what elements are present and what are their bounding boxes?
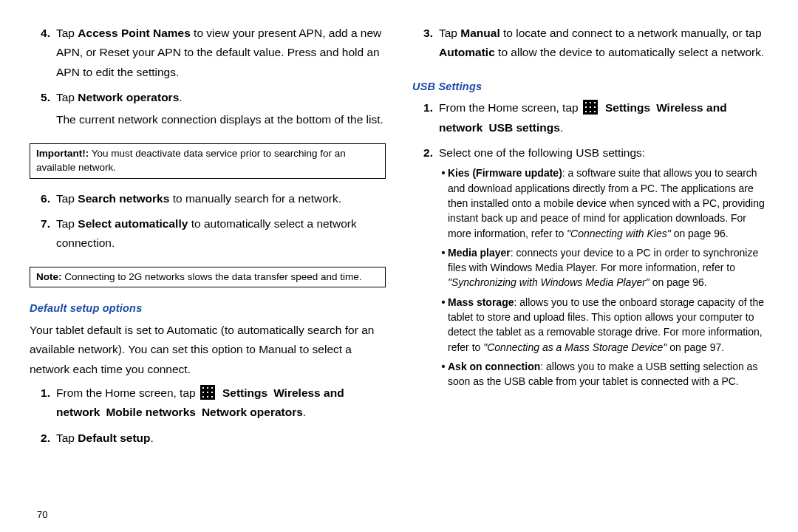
cross-reference: "Connecting as a Mass Storage Device" [483, 341, 666, 353]
step-number: 1. [30, 383, 56, 426]
bullet-icon: • [439, 245, 448, 260]
step-body: From the Home screen, tap Settings Wirel… [439, 98, 768, 140]
step-body: Tap Access Point Names to view your pres… [56, 24, 386, 85]
step-number: 7. [30, 214, 56, 256]
step-number: 2. [412, 143, 439, 394]
text: . [303, 406, 306, 418]
page-ref: on page 97. [666, 341, 724, 353]
nav-path-item: Settings [605, 101, 650, 114]
bullet-icon: • [439, 295, 448, 310]
step-body: Tap Manual to locate and connect to a ne… [439, 24, 768, 66]
step-7: 7. Tap Select automatically to automatic… [30, 214, 386, 256]
text: Select one of the following USB settings… [439, 143, 768, 163]
nav-path-item: Settings [222, 386, 267, 399]
step-number: 1. [412, 98, 439, 140]
settings-icon [583, 100, 598, 115]
option-name: Media player [448, 247, 511, 259]
text: . [179, 91, 182, 103]
step-6: 6. Tap Search networks to manually searc… [30, 189, 386, 211]
nav-path-item: Network operators [202, 406, 303, 418]
right-column: 3. Tap Manual to locate and connect to a… [412, 24, 768, 454]
list-item: •Ask on connection: allows you to make a… [439, 359, 768, 389]
key-term: Access Point Names [78, 27, 191, 39]
list-item: •Mass storage: allows you to use the onb… [439, 295, 768, 355]
settings-icon [200, 385, 215, 400]
section-body: Your tablet default is set to Automatic … [30, 321, 386, 379]
text: . [151, 432, 154, 444]
text: . [560, 121, 563, 134]
key-term: Select automatically [78, 217, 188, 230]
step-body: Tap Default setup. [56, 429, 386, 451]
list-item: •Media player: connects your device to a… [439, 245, 768, 290]
text: Tap [56, 432, 78, 444]
text: From the Home screen, tap [439, 101, 582, 114]
text: From the Home screen, tap [56, 386, 199, 399]
text: Tap [56, 91, 78, 103]
text: Tap [56, 27, 78, 39]
key-term: Manual [460, 27, 499, 39]
text: to locate and connect to a network manua… [500, 27, 762, 39]
step-body: Tap Search networks to manually search f… [56, 189, 386, 211]
text: Tap [439, 27, 460, 39]
note-box: Note: Connecting to 2G networks slows th… [30, 267, 386, 288]
important-box: Important!: You must deactivate data ser… [30, 143, 386, 179]
step-4: 4. Tap Access Point Names to view your p… [30, 24, 386, 85]
two-column-layout: 4. Tap Access Point Names to view your p… [30, 24, 768, 454]
text: The current network connection displays … [56, 110, 386, 129]
step-body: Tap Network operators. The current netwo… [56, 88, 386, 133]
bullet-icon: • [439, 359, 448, 374]
bullet-icon: • [439, 166, 448, 180]
step-body: From the Home screen, tap Settings Wirel… [56, 383, 386, 426]
key-term: Default setup [78, 432, 150, 444]
step-body: Tap Select automatically to automaticall… [56, 214, 386, 256]
default-step-2: 2. Tap Default setup. [30, 429, 386, 451]
option-name: Ask on connection [448, 361, 540, 372]
text: Tap [56, 192, 78, 205]
step-number: 3. [412, 24, 439, 66]
step-number: 4. [30, 24, 56, 85]
text: to manually search for a network. [169, 192, 341, 205]
left-column: 4. Tap Access Point Names to view your p… [30, 24, 386, 454]
section-heading-usb-settings: USB Settings [412, 78, 768, 96]
key-term: Automatic [439, 46, 495, 58]
step-3: 3. Tap Manual to locate and connect to a… [412, 24, 768, 66]
note-text: Connecting to 2G networks slows the data… [62, 271, 362, 282]
section-heading-default-setup: Default setup options [30, 299, 386, 318]
important-label: Important!: [36, 148, 89, 159]
text: Tap [56, 217, 78, 230]
step-number: 2. [30, 429, 56, 451]
cross-reference: "Connecting with Kies" [567, 228, 671, 239]
usb-options-list: •Kies (Firmware update): a software suit… [439, 166, 768, 389]
text: to allow the device to automatically sel… [495, 46, 764, 58]
key-term: Network operators [78, 91, 179, 103]
option-name: Kies (Firmware update) [448, 167, 562, 179]
cross-reference: "Synchronizing with Windows Media Player… [448, 276, 649, 288]
key-term: Search networks [78, 192, 169, 205]
list-item: •Kies (Firmware update): a software suit… [439, 166, 768, 240]
page-number: 70 [37, 507, 47, 523]
option-name: Mass storage [448, 296, 514, 308]
usb-step-2: 2. Select one of the following USB setti… [412, 143, 768, 394]
default-step-1: 1. From the Home screen, tap Settings Wi… [30, 383, 386, 426]
step-5: 5. Tap Network operators. The current ne… [30, 88, 386, 133]
page-ref: on page 96. [671, 228, 729, 239]
nav-path-item: Mobile networks [106, 406, 195, 418]
usb-step-1: 1. From the Home screen, tap Settings Wi… [412, 98, 768, 140]
step-body: Select one of the following USB settings… [439, 143, 768, 394]
step-number: 5. [30, 88, 56, 133]
note-label: Note: [36, 271, 62, 282]
page-ref: on page 96. [649, 276, 707, 288]
step-number: 6. [30, 189, 56, 211]
nav-path-item: USB settings [488, 121, 559, 134]
